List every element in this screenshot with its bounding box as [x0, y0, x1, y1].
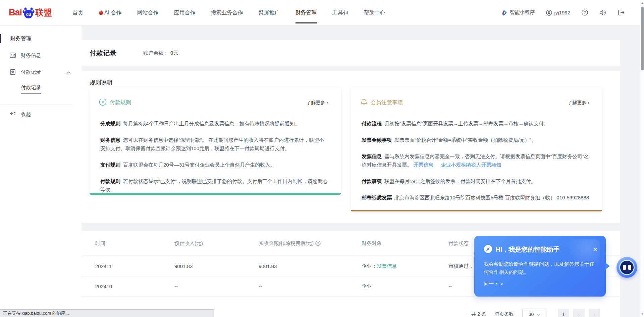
logo-text-union: 联盟: [35, 7, 52, 18]
sidebar: 财务管理 财务信息 付款记录 付款记录 收起: [0, 26, 82, 317]
status-text: 正在等待 xlab.baidu.com 的响应...: [3, 310, 69, 316]
scrollbar-thumb[interactable]: [641, 7, 644, 70]
payment-rules-title: 付款规则: [110, 99, 131, 106]
prev-page-button[interactable]: ‹: [573, 309, 585, 317]
chevron-up-icon[interactable]: [66, 69, 71, 75]
invoice-info-link[interactable]: 开票信息: [413, 162, 433, 168]
nav-right-cluster: 智能小程序 jyj1992 ?: [489, 9, 625, 16]
nav-home[interactable]: 首页: [72, 0, 83, 25]
logout-icon[interactable]: [618, 9, 625, 16]
svg-text:du: du: [26, 12, 31, 17]
member-notes-more-link[interactable]: 了解更多›: [568, 100, 590, 106]
sidebar-section-finance: 财务管理: [0, 26, 82, 42]
rule-paragraph: 发票信息需与系统内发票信息内容完全一致，否则无法支付。请根据发票信息页面中“百度…: [362, 152, 590, 169]
robot-face-icon: [619, 260, 635, 275]
user-account[interactable]: jyj1992: [546, 10, 570, 16]
member-notes-title: 会员注意事项: [371, 99, 403, 106]
pagination: 共 2 条 每页条数 30 1 ‹ ›: [471, 309, 600, 317]
total-count: 共 2 条: [471, 311, 486, 317]
rule-paragraph: 付款规则若付款状态显示“已支付”，说明联盟已安排了您的付款。支付后三个工作日内到…: [100, 177, 329, 194]
popup-tail: [605, 263, 610, 269]
nav-website-coop[interactable]: 网站合作: [137, 0, 159, 25]
help-icon[interactable]: ?: [582, 9, 588, 16]
cell-estimated: --: [174, 283, 259, 289]
invoice-info-table-link[interactable]: 发票信息: [377, 263, 397, 269]
chevron-right-icon: ›: [587, 100, 590, 105]
browser-status-bar: 正在等待 xlab.baidu.com 的响应...: [0, 309, 214, 317]
page-scrollbar[interactable]: ▲ ▼: [640, 0, 644, 317]
certificate-icon: [9, 69, 16, 75]
account-balance: 账户余额：0元: [143, 50, 178, 56]
announcement-speaker-icon[interactable]: [599, 9, 606, 16]
payment-rules-card: ¥ 付款规则 了解更多› 分成规则每月第3或4个工作日产出上月分成信息及发票信息…: [90, 87, 341, 195]
cell-estimated: 9001.83: [174, 263, 259, 269]
rules-heading: 规则说明: [90, 79, 112, 86]
sidebar-item-finance-info[interactable]: 财务信息: [0, 47, 82, 64]
sidebar-collapse-button[interactable]: 收起: [0, 105, 82, 124]
close-icon[interactable]: ✕: [593, 247, 598, 253]
cell-actual: --: [259, 283, 362, 289]
nav-juping-promo[interactable]: 聚屏推广: [259, 0, 280, 25]
scroll-down-arrow[interactable]: ▼: [640, 313, 644, 316]
nav-ai-coop[interactable]: AI 合作: [99, 0, 122, 25]
smart-miniprogram-link[interactable]: 智能小程序: [500, 9, 535, 16]
miniprogram-diamond-icon: [500, 9, 507, 16]
page-header: 付款记录 账户余额：0元: [82, 40, 620, 66]
main-menu: 首页 AI 合作 网站合作 应用合作 搜索业务合作 聚屏推广 财务管理 工具包 …: [65, 0, 393, 25]
ask-now-link[interactable]: 问一下 >: [474, 276, 606, 287]
user-icon: [546, 10, 552, 16]
baidu-union-logo[interactable]: Bai du 联盟: [9, 6, 52, 19]
per-page-label: 每页条数: [495, 311, 514, 317]
next-page-button[interactable]: ›: [589, 309, 600, 317]
chevron-down-icon: [536, 312, 540, 317]
page-title: 付款记录: [90, 49, 116, 58]
sidebar-subitem-payment-records[interactable]: 付款记录: [0, 80, 82, 97]
small-taxpayer-notice-link[interactable]: 企业小规模纳税人开票须知: [441, 162, 501, 168]
nav-help-center[interactable]: 帮助中心: [364, 0, 385, 25]
svg-text:?: ?: [317, 242, 319, 245]
sidebar-item-payment-records[interactable]: 付款记录: [0, 64, 82, 80]
cell-finance-object: 企业：发票信息: [362, 263, 448, 269]
rule-paragraph: 付款流程月初按“发票信息”页面开具发票→上传发票→邮寄发票→审核→确认支付。: [362, 119, 590, 128]
rule-paragraph: 邮寄纸质发票北京市海淀区西北旺东路10号院百度科技园5号楼 百度联盟财务组（收）…: [362, 193, 590, 202]
baidu-paw-icon: du: [22, 6, 35, 19]
rule-paragraph: 发票金额事项发票票面“价税合计”金额=系统中“实收金额（扣除税费后/元）”。: [362, 136, 590, 144]
rule-paragraph: 财务信息您可以在财务信息中选择“保留付款”。 在此期间您产生的收入将在账户内进行…: [100, 136, 329, 152]
page-number-button[interactable]: 1: [558, 309, 569, 317]
balance-value: 0元: [170, 50, 178, 56]
logo-text-bai: Bai: [9, 7, 22, 18]
question-circle-icon[interactable]: ?: [315, 241, 321, 247]
per-page-select[interactable]: 30: [522, 309, 546, 317]
rule-paragraph: 付款事项联盟在每月19日之后签收的发票，付款时间安排在下个月首批支付。: [362, 177, 590, 185]
flame-icon: [99, 1, 103, 26]
nav-toolkit[interactable]: 工具包: [332, 0, 348, 25]
chevron-right-icon: ›: [326, 100, 329, 105]
assistant-title: Hi，我是您的智能助手: [496, 245, 559, 254]
col-estimated-income: 预估收入(元): [174, 240, 259, 247]
scroll-up-arrow[interactable]: ▲: [640, 1, 644, 4]
member-notes-card: 会员注意事项 了解更多› 付款流程月初按“发票信息”页面开具发票→上传发票→邮寄…: [351, 87, 602, 211]
col-time: 时间: [95, 240, 174, 247]
svg-text:?: ?: [584, 10, 586, 14]
bell-icon: [360, 98, 368, 107]
cell-time: 202410: [95, 283, 174, 289]
nav-finance-management[interactable]: 财务管理: [296, 0, 317, 25]
payment-rules-more-link[interactable]: 了解更多›: [307, 100, 329, 106]
id-card-icon: [9, 52, 16, 59]
rule-paragraph: 分成规则每月第3或4个工作日产出上月分成信息及发票信息，如有特殊情况将提前通知。: [100, 119, 329, 128]
top-nav: Bai du 联盟 首页 AI 合作 网站合作 应用合作 搜索业务合作 聚屏推广…: [0, 0, 644, 25]
cell-actual: 9001.83: [259, 263, 362, 269]
cell-time: 202411: [95, 263, 174, 269]
cell-finance-object: 企业: [362, 283, 448, 290]
assistant-message: 我会帮助您诊断合作链路问题，以及解答您关于任何合作相关的问题。: [474, 255, 606, 276]
compass-icon: [484, 245, 492, 255]
nav-app-coop[interactable]: 应用合作: [174, 0, 196, 25]
coin-icon: ¥: [99, 98, 107, 107]
rules-section: 规则说明 ¥ 付款规则 了解更多› 分成规则每月第3或4个工作日产出上月分成信息…: [82, 71, 620, 223]
nav-search-coop[interactable]: 搜索业务合作: [211, 0, 243, 25]
assistant-robot-button[interactable]: [616, 257, 637, 278]
col-finance-object: 财务对象: [362, 240, 448, 247]
col-actual-amount: 实收金额(扣除税费后/元)?: [259, 240, 362, 247]
svg-text:¥: ¥: [101, 100, 104, 104]
collapse-arrow-icon: [9, 111, 16, 118]
